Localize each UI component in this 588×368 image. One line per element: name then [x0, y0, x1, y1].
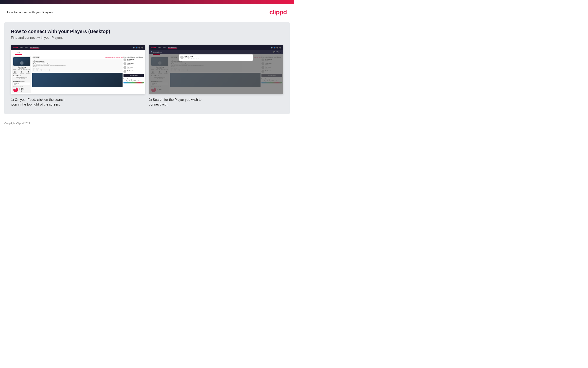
user-avatar-1	[33, 60, 36, 63]
stat-activities-lbl-1: Activities	[13, 73, 17, 74]
header: How to connect with your Players clippd	[0, 4, 294, 19]
player-eli-1: Eli Vincent Activities: 1	[123, 70, 144, 73]
captions-row: 1) On your Feed, click on the searchicon…	[11, 97, 283, 107]
activity-duration-val-1: 02 hr : 00 min	[33, 67, 122, 69]
heatmap-section-1: Team Heatmap Player Quality · 20 Round T…	[123, 78, 144, 83]
avatar-icon-1[interactable]: ●	[141, 46, 143, 48]
mock-nav-2: clippd Home Teams My Performance 🔍 👤 ⚙ ●	[149, 45, 283, 50]
player-avatar-1	[14, 83, 16, 85]
caption-2: 2) Search for the Player you wish toconn…	[149, 97, 283, 107]
search-result-card[interactable]: Marcus Turner 1-5 Handicap Cypress Point…	[179, 55, 253, 61]
stat-followers-lbl-1: Followers	[20, 73, 24, 74]
heatmap-sub-1: Player Quality · 20 Round Trend	[123, 80, 144, 82]
hiral-acts-1: Activities: 3	[127, 68, 144, 69]
team-dashboard-btn-1[interactable]: Team Dashboard	[123, 74, 144, 77]
footer: Copyright Clippd 2022	[0, 117, 294, 128]
mock-middle-1: Following ▾ Control who can see your act…	[32, 56, 123, 93]
score-row-1: 84 OTT ████ 79 APP ███ 70 ARG ██ 61	[13, 87, 30, 92]
screenshot-1: clippd Home Teams My Performance 🔍 👤 ⚙ ●…	[11, 45, 145, 94]
richard-info-1: Richard Butler Activities: 7	[127, 59, 144, 61]
mock-nav-performance-2: My Performance	[168, 47, 177, 48]
mock-logo-2: clippd	[151, 47, 156, 48]
result-avatar	[180, 56, 184, 59]
mock-nav-home-2: Home	[158, 47, 161, 48]
page-title: How to connect with your Players	[7, 10, 53, 14]
player-select-1[interactable]: Eli Vincent ▾	[13, 83, 30, 85]
quality-label-1: Total Player Quality 🛈	[13, 86, 30, 87]
player-hiral-1: Hiral Pujara Activities: 3	[123, 66, 144, 69]
main-content: How to connect with your Players (Deskto…	[4, 22, 290, 114]
tag-arg-1: ARG	[41, 69, 45, 71]
stat-following-lbl-1: Following	[26, 73, 30, 74]
activity-duration-1: Duration	[33, 66, 122, 67]
mock-nav-items-1: Home Teams My Performance	[20, 47, 39, 48]
activity-desc-1: Walking the course with my coach to buil…	[33, 65, 122, 66]
piers-acts-1: Activities: 4	[127, 64, 144, 65]
top-bar	[0, 0, 294, 4]
user-icon-2[interactable]: 👤	[273, 46, 275, 48]
search-icon-2[interactable]: 🔍	[271, 46, 273, 48]
feed-tab-1[interactable]: Feed	[15, 51, 22, 55]
tag-ott-1: OTT	[33, 69, 37, 71]
heatmap-title-1: Team Heatmap	[123, 78, 144, 80]
close-icon[interactable]: ✕	[280, 51, 281, 53]
main-subtitle: Find and connect with your Players	[11, 36, 283, 39]
bar-arg-1: ARG ██ 61	[19, 91, 30, 92]
caption-text-2: 2) Search for the Player you wish toconn…	[149, 97, 283, 107]
stat-activities-val-1: 129	[13, 71, 17, 73]
stat-following-val-1: 4	[26, 71, 30, 73]
mock-nav-home-1: Home	[20, 47, 23, 48]
piers-info-1: Piers Parnell Activities: 4	[127, 63, 144, 65]
richard-avatar-1	[123, 58, 126, 61]
player-name-1: Eli Vincent	[16, 83, 29, 85]
header-divider	[0, 19, 294, 19]
screenshot-2: clippd Home Teams My Performance 🔍 👤 ⚙ ●…	[149, 45, 283, 94]
piers-avatar-1	[123, 62, 126, 65]
mock-main-1: Blair McHarg Golf Coach Mill Ride Golf C…	[11, 55, 145, 94]
tag-putt-1: PUTT	[46, 69, 50, 71]
activity-tags-1: OTT APP ARG PUTT	[33, 69, 122, 71]
mock-nav-icons-1: 🔍 👤 ⚙ ●	[133, 46, 143, 48]
mock-nav-teams-2: Teams	[162, 47, 166, 48]
activity-title-1: Pre Tournament Course Walk	[33, 63, 122, 65]
profile-club-1: Mill Ride Golf Club, United Kingdom	[13, 69, 30, 70]
mock-logo-1: clippd	[13, 47, 18, 48]
hiral-info-1: Hiral Pujara Activities: 3	[127, 66, 144, 69]
search-icon-1[interactable]: 🔍	[133, 46, 135, 48]
following-btn-1[interactable]: Following ▾	[32, 56, 40, 58]
eli-info-1: Eli Vincent Activities: 1	[127, 70, 144, 73]
activity-card-1: Richard Butler Yesterday · The Grove Pre…	[32, 59, 123, 72]
bar-app-label-1: APP ███ 70	[19, 89, 30, 90]
settings-icon-1[interactable]: ⚙	[139, 46, 140, 48]
screenshots-row: clippd Home Teams My Performance 🔍 👤 ⚙ ●…	[11, 45, 283, 94]
player-perf-title-1: Player Performance	[13, 81, 30, 82]
latest-activity-title-1: Latest Activity	[13, 75, 30, 77]
mock-nav-performance-1: My Performance	[30, 47, 39, 48]
stat-following-1: 4 Following	[26, 71, 30, 74]
mock-nav-items-2: Home Teams My Performance	[158, 47, 177, 48]
mock-right-1: Most Active Players - Last 30 days Richa…	[123, 56, 144, 93]
copyright-text: Copyright Clippd 2022	[4, 122, 30, 125]
search-input[interactable]: Marcus Turner	[153, 51, 272, 53]
settings-icon-2[interactable]: ⚙	[276, 46, 278, 48]
search-overlay: 🔍 Marcus Turner CLEAR ✕ Marcus Turner 1-…	[149, 50, 283, 94]
caption-text-1: 1) On your Feed, click on the searchicon…	[11, 97, 145, 107]
activity-date-1: Yesterday · The Grove	[36, 62, 122, 63]
player-piers-1: Piers Parnell Activities: 4	[123, 62, 144, 65]
avatar-icon-2[interactable]: ●	[279, 46, 281, 48]
logo: clippd	[269, 9, 287, 16]
stat-activities-1: 129 Activities	[13, 71, 17, 74]
activity-header-1: Richard Butler Yesterday · The Grove	[33, 60, 122, 63]
search-results-container: Marcus Turner 1-5 Handicap Cypress Point…	[149, 54, 283, 61]
main-title: How to connect with your Players (Deskto…	[11, 29, 283, 34]
activity-meta-1: Richard Butler Yesterday · The Grove	[36, 60, 122, 63]
clear-button[interactable]: CLEAR	[273, 51, 279, 53]
eli-avatar-1	[123, 70, 126, 73]
user-icon-1[interactable]: 👤	[136, 46, 138, 48]
score-circle-1: 84	[13, 87, 18, 92]
profile-image-1	[13, 57, 30, 66]
control-link-1[interactable]: Control who can see your activity and da…	[105, 57, 123, 58]
latest-activity-date-1: 27 Jul 2022	[13, 78, 30, 79]
mock-nav-teams-1: Teams	[25, 47, 28, 48]
richard-acts-1: Activities: 7	[127, 60, 144, 61]
